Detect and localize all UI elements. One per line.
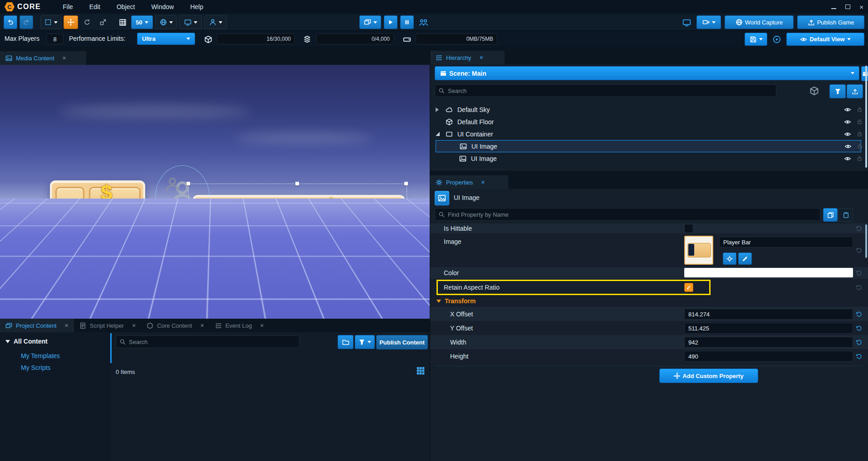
- close-icon[interactable]: ×: [132, 322, 136, 329]
- capture-mode-dropdown[interactable]: [696, 15, 721, 29]
- grid-view-button[interactable]: [416, 366, 426, 376]
- selection-handle[interactable]: [404, 296, 408, 300]
- find-asset-button[interactable]: [723, 252, 736, 265]
- selection-mode-dropdown[interactable]: [40, 15, 61, 29]
- menu-window[interactable]: Window: [151, 3, 174, 10]
- content-filter-dropdown[interactable]: [355, 335, 375, 349]
- lock-icon[interactable]: [857, 155, 863, 161]
- minimize-button[interactable]: [831, 3, 836, 11]
- hierarchy-filter-button[interactable]: [829, 84, 846, 98]
- device-preview-button[interactable]: [680, 16, 693, 29]
- viewport-canvas[interactable]: $ $ Z X Y: [0, 65, 430, 319]
- properties-scrollbar[interactable]: [865, 224, 867, 258]
- new-folder-button[interactable]: [338, 335, 353, 349]
- reset-icon[interactable]: [856, 353, 863, 359]
- tab-core-content[interactable]: Core Content ×: [141, 319, 210, 332]
- world-space-dropdown[interactable]: [155, 15, 177, 29]
- image-thumbnail[interactable]: [684, 236, 713, 265]
- tab-hierarchy[interactable]: Hierarchy ×: [430, 51, 505, 64]
- close-icon[interactable]: ×: [480, 54, 483, 61]
- menu-object[interactable]: Object: [117, 3, 135, 10]
- move-tool-button[interactable]: [64, 15, 78, 29]
- close-icon[interactable]: ×: [200, 322, 204, 329]
- hierarchy-item-ui-container[interactable]: UI Container: [430, 128, 868, 140]
- height-field[interactable]: 490: [684, 351, 853, 362]
- tab-properties[interactable]: Properties ×: [430, 175, 508, 189]
- tab-event-log[interactable]: Event Log ×: [210, 319, 270, 332]
- selection-handle[interactable]: [295, 296, 299, 300]
- player-mode-dropdown[interactable]: [204, 15, 227, 29]
- hierarchy-item-ui-image-selected[interactable]: UI Image: [436, 140, 861, 152]
- ui-bar-asset-left[interactable]: $: [50, 180, 145, 271]
- scene-dropdown[interactable]: Scene: Main: [435, 66, 859, 80]
- reset-icon[interactable]: [856, 325, 863, 331]
- image-asset-field[interactable]: Player Bar: [719, 237, 853, 247]
- selection-handle[interactable]: [186, 239, 190, 243]
- import-button[interactable]: [847, 84, 863, 98]
- hierarchy-item-ui-image[interactable]: UI Image: [430, 152, 868, 165]
- width-field[interactable]: 942: [684, 337, 853, 348]
- tab-project-content[interactable]: Project Content ×: [0, 319, 74, 332]
- play-button[interactable]: [384, 15, 397, 29]
- add-custom-property-button[interactable]: Add Custom Property: [659, 369, 758, 383]
- close-button[interactable]: ×: [859, 3, 863, 11]
- property-search-input[interactable]: [435, 208, 820, 221]
- scale-tool-button[interactable]: [96, 16, 110, 29]
- save-dropdown[interactable]: [745, 33, 767, 46]
- multiplayer-preview-dropdown[interactable]: [359, 15, 381, 29]
- max-players-field[interactable]: 8: [46, 34, 64, 44]
- reset-icon[interactable]: [856, 339, 863, 345]
- hierarchy-scrollbar[interactable]: [865, 66, 867, 168]
- tab-media-content[interactable]: Media Content ×: [0, 51, 86, 65]
- close-icon[interactable]: ×: [260, 322, 264, 329]
- dynamic-objects-button[interactable]: [809, 86, 819, 96]
- selection-handle[interactable]: [295, 182, 299, 185]
- menu-help[interactable]: Help: [190, 3, 203, 10]
- copy-properties-button[interactable]: [823, 208, 838, 222]
- sidebar-item-my-scripts[interactable]: My Scripts: [21, 364, 50, 371]
- reset-icon[interactable]: [856, 225, 863, 232]
- visibility-eye-icon[interactable]: [844, 118, 851, 126]
- world-capture-button[interactable]: World Capture: [725, 15, 794, 29]
- tab-script-helper[interactable]: Script Helper ×: [74, 319, 141, 332]
- hierarchy-item-default-floor[interactable]: Default Floor: [430, 116, 868, 128]
- color-swatch[interactable]: [684, 268, 853, 277]
- redo-button[interactable]: [20, 15, 33, 29]
- visibility-eye-icon[interactable]: [844, 131, 851, 138]
- hierarchy-search-input[interactable]: [435, 84, 776, 97]
- help-button[interactable]: [771, 33, 783, 46]
- paste-properties-button[interactable]: [839, 208, 853, 222]
- retain-aspect-checkbox[interactable]: ✓: [684, 283, 693, 292]
- performance-dropdown[interactable]: Ultra: [137, 33, 195, 45]
- selection-handle[interactable]: [404, 239, 408, 243]
- lock-icon[interactable]: [857, 131, 863, 137]
- expander-icon[interactable]: [436, 107, 439, 112]
- visibility-eye-icon[interactable]: [844, 143, 852, 150]
- sidebar-item-my-templates[interactable]: My Templates: [21, 352, 60, 359]
- publish-content-button[interactable]: Publish Content: [376, 335, 428, 349]
- edit-asset-button[interactable]: [738, 252, 752, 265]
- close-icon[interactable]: ×: [63, 54, 66, 62]
- x-offset-field[interactable]: 814.274: [684, 309, 853, 320]
- selection-handle[interactable]: [186, 182, 190, 185]
- reset-icon[interactable]: [856, 284, 863, 291]
- screen-mode-dropdown[interactable]: [179, 15, 202, 29]
- content-search-input[interactable]: [116, 335, 299, 348]
- lock-icon[interactable]: [857, 119, 863, 125]
- close-icon[interactable]: ×: [481, 179, 485, 186]
- pause-button[interactable]: [400, 15, 414, 29]
- menu-file[interactable]: File: [63, 3, 73, 10]
- selection-handle[interactable]: [404, 182, 408, 185]
- content-sidebar-scrollbar[interactable]: [110, 333, 112, 363]
- reset-icon[interactable]: [856, 311, 863, 317]
- reset-icon[interactable]: [856, 270, 863, 277]
- visibility-eye-icon[interactable]: [844, 155, 851, 162]
- undo-button[interactable]: [4, 15, 17, 29]
- sidebar-item-all-content[interactable]: All Content: [5, 338, 48, 345]
- expander-icon[interactable]: [436, 132, 440, 136]
- snap-grid-button[interactable]: [116, 16, 129, 29]
- rotate-tool-button[interactable]: [80, 16, 94, 29]
- reset-icon[interactable]: [856, 247, 863, 254]
- maximize-button[interactable]: [845, 3, 850, 11]
- menu-edit[interactable]: Edit: [89, 3, 100, 10]
